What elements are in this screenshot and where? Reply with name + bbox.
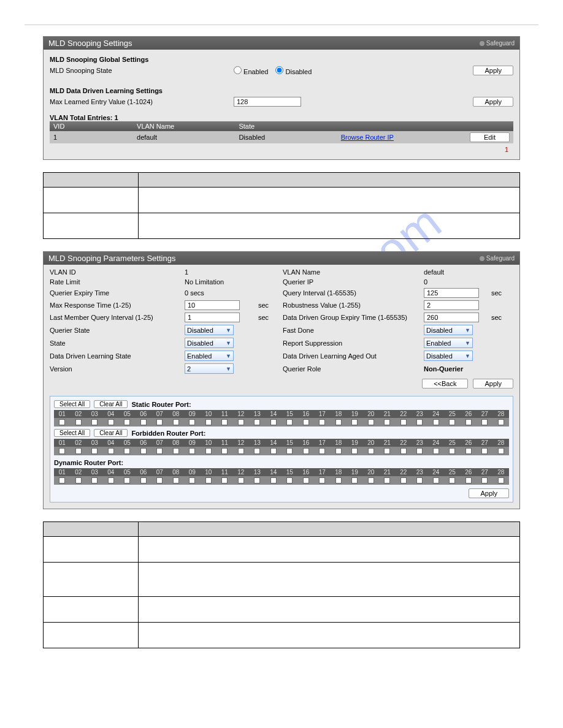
port-checkbox-12[interactable] xyxy=(238,448,244,454)
fast-done-select[interactable]: Disabled▼ xyxy=(424,325,473,335)
disabled-radio[interactable] xyxy=(275,66,283,74)
lbl-ddlagedout: Data Driven Learning Aged Out xyxy=(283,352,424,360)
static-select-all-button[interactable]: Select All xyxy=(54,400,90,408)
port-checkbox-14[interactable] xyxy=(270,448,277,454)
port-checkbox-26[interactable] xyxy=(465,419,472,425)
query-interval-input[interactable] xyxy=(424,288,479,298)
desc2-r2c1 xyxy=(44,563,139,597)
back-button[interactable]: <<Back xyxy=(422,379,468,389)
port-checkbox-18[interactable] xyxy=(335,448,342,454)
apply-params-button[interactable]: Apply xyxy=(473,379,513,389)
panel1-title: MLD Snooping Settings xyxy=(48,39,132,48)
version-select[interactable]: 2▼ xyxy=(185,363,234,374)
port-checkbox-01[interactable] xyxy=(59,419,65,425)
port-checkbox-27[interactable] xyxy=(481,448,488,454)
port-checkbox-28[interactable] xyxy=(498,419,504,425)
port-checkbox-06[interactable] xyxy=(140,448,147,454)
port-checkbox-07[interactable] xyxy=(156,448,163,454)
val-querierexpiry: 0 secs xyxy=(185,289,258,297)
enabled-radio-label[interactable]: Enabled xyxy=(234,66,268,75)
port-checkbox-21[interactable] xyxy=(384,419,390,425)
static-clear-all-button[interactable]: Clear All xyxy=(94,400,128,408)
desc1-r2c1 xyxy=(44,213,139,239)
port-checkbox-28[interactable] xyxy=(498,448,504,454)
querier-state-select[interactable]: Disabled▼ xyxy=(185,325,234,335)
port-checkbox-05[interactable] xyxy=(124,419,130,425)
forbidden-select-all-button[interactable]: Select All xyxy=(54,429,90,437)
port-checkbox-23[interactable] xyxy=(416,448,423,454)
port-checkbox-03[interactable] xyxy=(91,448,98,454)
port-checkbox-04[interactable] xyxy=(108,448,114,454)
port-checkbox-03[interactable] xyxy=(91,419,98,425)
max-learned-input[interactable] xyxy=(234,97,301,107)
state-select[interactable]: Disabled▼ xyxy=(185,338,234,348)
apply-ddl-button[interactable]: Apply xyxy=(473,97,513,107)
port-checkbox-25[interactable] xyxy=(449,419,455,425)
lbl-reportsupp: Report Suppression xyxy=(283,339,424,347)
port-checkbox-17[interactable] xyxy=(319,419,325,425)
port-checkbox-12[interactable] xyxy=(238,419,244,425)
val-querierip: 0 xyxy=(424,278,491,286)
port-checkbox-01[interactable] xyxy=(59,448,65,454)
port-checkbox-09[interactable] xyxy=(189,419,195,425)
edit-button[interactable]: Edit xyxy=(470,132,510,142)
port-header-21: 21 xyxy=(379,410,396,418)
port-checkbox-13[interactable] xyxy=(254,419,260,425)
port-checkbox-17[interactable] xyxy=(319,448,325,454)
port-checkbox-15[interactable] xyxy=(286,448,293,454)
port-checkbox-22[interactable] xyxy=(400,419,407,425)
port-checkbox-02[interactable] xyxy=(75,448,82,454)
port-checkbox-21[interactable] xyxy=(384,448,390,454)
port-checkbox-07[interactable] xyxy=(156,419,163,425)
port-checkbox-08[interactable] xyxy=(173,448,179,454)
port-checkbox-25[interactable] xyxy=(449,448,455,454)
forbidden-clear-all-button[interactable]: Clear All xyxy=(94,429,128,437)
ddl-agedout-select[interactable]: Disabled▼ xyxy=(424,351,473,361)
ddg-expiry-input[interactable] xyxy=(424,313,479,322)
port-checkbox-20[interactable] xyxy=(368,448,374,454)
robustness-input[interactable] xyxy=(424,300,479,310)
port-checkbox-13[interactable] xyxy=(254,448,260,454)
port-checkbox-11[interactable] xyxy=(221,419,228,425)
port-checkbox-14[interactable] xyxy=(270,419,277,425)
port-checkbox-16[interactable] xyxy=(303,419,309,425)
lbl-querierrole: Querier Role xyxy=(283,365,424,373)
port-checkbox-19[interactable] xyxy=(351,419,358,425)
port-header-22: 22 xyxy=(396,439,412,447)
port-checkbox-10[interactable] xyxy=(205,419,212,425)
disabled-radio-label[interactable]: Disabled xyxy=(275,66,312,75)
port-checkbox-16[interactable] xyxy=(303,448,309,454)
port-checkbox-24[interactable] xyxy=(433,419,439,425)
port-header-08: 08 xyxy=(168,439,185,447)
port-checkbox-24[interactable] xyxy=(433,448,439,454)
port-checkbox-06[interactable] xyxy=(140,419,147,425)
port-checkbox-10[interactable] xyxy=(205,448,212,454)
browse-router-ip-link[interactable]: Browse Router IP xyxy=(341,134,394,141)
port-checkbox-04[interactable] xyxy=(108,419,114,425)
port-checkbox-05[interactable] xyxy=(124,448,130,454)
last-member-input[interactable] xyxy=(185,313,240,322)
desc2-header-c2 xyxy=(139,522,520,537)
port-checkbox-22[interactable] xyxy=(400,448,407,454)
port-header-18: 18 xyxy=(331,468,347,476)
port-checkbox-27[interactable] xyxy=(481,419,488,425)
port-checkbox-18[interactable] xyxy=(335,419,342,425)
max-response-input[interactable] xyxy=(185,300,240,310)
report-supp-select[interactable]: Enabled▼ xyxy=(424,338,473,348)
port-header-19: 19 xyxy=(347,468,363,476)
port-checkbox-19[interactable] xyxy=(351,448,358,454)
val-querierrole: Non-Querier xyxy=(424,365,491,373)
port-checkbox-09[interactable] xyxy=(189,448,195,454)
port-checkbox-11[interactable] xyxy=(221,448,228,454)
port-checkbox-08[interactable] xyxy=(173,419,179,425)
ddl-state-select[interactable]: Enabled▼ xyxy=(185,351,234,361)
port-checkbox-23[interactable] xyxy=(416,419,423,425)
port-checkbox-15[interactable] xyxy=(286,419,293,425)
port-checkbox-20[interactable] xyxy=(368,419,374,425)
port-checkbox-26[interactable] xyxy=(465,448,472,454)
port-header-12: 12 xyxy=(233,468,250,476)
apply-ports-button[interactable]: Apply xyxy=(469,488,509,498)
port-checkbox-02[interactable] xyxy=(75,419,82,425)
enabled-radio[interactable] xyxy=(234,66,242,74)
apply-global-button[interactable]: Apply xyxy=(473,66,513,75)
